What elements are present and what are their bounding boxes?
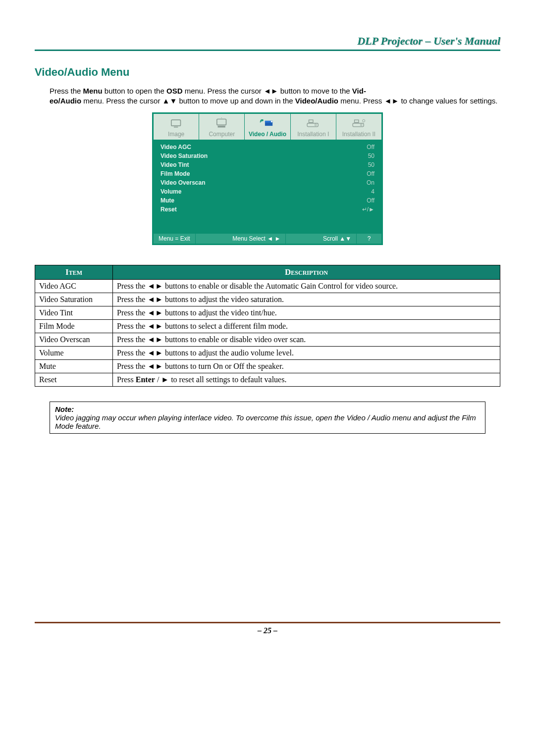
- svg-point-9: [315, 124, 317, 125]
- table-row: Video TintPress the ◄► buttons to adjust…: [35, 306, 500, 319]
- svg-rect-2: [217, 119, 226, 125]
- table-row-reset: Reset Press Enter / ► to reset all setti…: [35, 373, 500, 386]
- th-description: Description: [113, 265, 500, 279]
- osd-tab-computer[interactable]: Computer: [199, 114, 245, 140]
- osd-row[interactable]: MuteOff: [160, 196, 375, 205]
- osd-body: Video AGCOff Video Saturation50 Video Ti…: [154, 140, 381, 234]
- section-title: Video/Audio Menu: [35, 66, 500, 79]
- svg-rect-10: [355, 120, 359, 122]
- svg-point-12: [361, 124, 362, 125]
- note-body: Video jagging may occur when playing int…: [55, 413, 480, 430]
- svg-rect-1: [173, 126, 178, 127]
- osd-tab-install2[interactable]: Installation II: [336, 114, 381, 140]
- osd-footer-exit[interactable]: Menu = Exit: [154, 234, 196, 244]
- osd-footer: Menu = Exit Menu Select ◄ ► Scroll ▲▼ ?: [154, 234, 381, 244]
- osd-tab-image[interactable]: Image: [154, 114, 199, 140]
- osd-tab-bar: Image Computer Video / Audio Installatio…: [154, 114, 381, 140]
- svg-rect-0: [171, 120, 180, 126]
- osd-tab-install1[interactable]: Installation I: [291, 114, 336, 140]
- osd-row[interactable]: Video Saturation50: [160, 151, 375, 160]
- intro-paragraph: Press the Menu button to open the OSD me…: [50, 86, 500, 106]
- osd-footer-select[interactable]: Menu Select ◄ ►: [227, 234, 286, 244]
- table-row: Film ModePress the ◄► buttons to select …: [35, 319, 500, 333]
- page-footer: – 25 –: [35, 622, 500, 635]
- svg-point-13: [363, 119, 365, 122]
- table-row: VolumePress the ◄► buttons to adjust the…: [35, 346, 500, 359]
- table-row: Video AGCPress the ◄► buttons to enable …: [35, 279, 500, 293]
- osd-footer-help[interactable]: ?: [357, 234, 381, 244]
- header-title: DLP Projector – User's Manual: [357, 35, 500, 47]
- svg-rect-3: [217, 126, 225, 127]
- svg-point-6: [271, 120, 272, 122]
- page-header: DLP Projector – User's Manual: [35, 35, 500, 51]
- osd-row[interactable]: Volume4: [160, 187, 375, 196]
- projector-gear-icon: [336, 117, 381, 130]
- manual-page: DLP Projector – User's Manual Video/Audi…: [20, 25, 515, 665]
- osd-row[interactable]: Video Tint50: [160, 160, 375, 169]
- osd-row[interactable]: Reset↵/►: [160, 205, 375, 214]
- monitor-icon: [154, 117, 199, 130]
- table-row: Video SaturationPress the ◄► buttons to …: [35, 293, 500, 306]
- osd-screenshot: Image Computer Video / Audio Installatio…: [152, 112, 383, 245]
- osd-tab-video-audio[interactable]: Video / Audio: [245, 114, 290, 140]
- projector-icon: [291, 117, 336, 130]
- note-title: Note:: [55, 405, 480, 413]
- svg-rect-7: [309, 120, 314, 122]
- osd-row[interactable]: Film ModeOff: [160, 169, 375, 178]
- note-box: Note: Video jagging may occur when playi…: [50, 402, 485, 434]
- table-row: MutePress the ◄► buttons to turn On or O…: [35, 359, 500, 373]
- speaker-camera-icon: [245, 117, 290, 130]
- table-row: Video OverscanPress the ◄► buttons to en…: [35, 333, 500, 346]
- th-item: Item: [35, 265, 113, 279]
- page-number: – 25 –: [258, 626, 277, 635]
- osd-footer-scroll[interactable]: Scroll ▲▼: [318, 234, 357, 244]
- osd-row[interactable]: Video OverscanOn: [160, 178, 375, 187]
- computer-icon: [199, 117, 244, 130]
- osd-row[interactable]: Video AGCOff: [160, 143, 375, 151]
- description-table: Item Description Video AGCPress the ◄► b…: [35, 265, 500, 387]
